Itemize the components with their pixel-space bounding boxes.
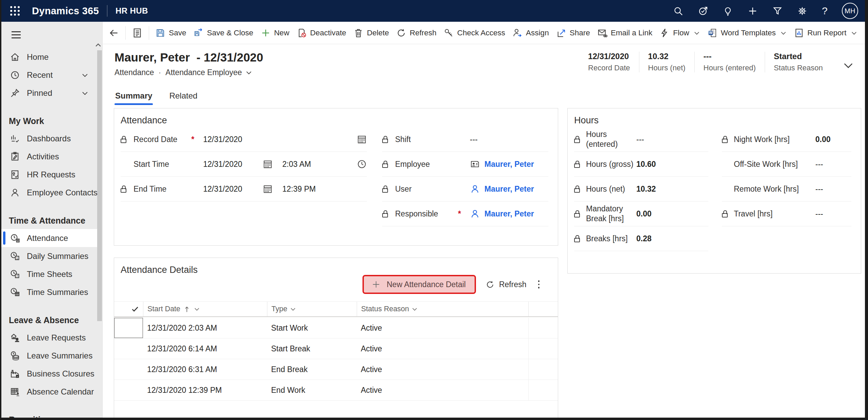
cell-type[interactable]: End Work [267,386,357,395]
hours-net-value[interactable]: 10.32 [636,185,656,194]
cell-status-reason[interactable]: Active [357,359,529,380]
table-row[interactable]: 12/31/2020 6:14 AM Start Break Active [114,338,558,359]
cell-type[interactable]: Start Break [267,344,357,353]
filter-icon[interactable] [772,6,783,16]
sidebar-item-activities[interactable]: Activities [1,147,98,165]
end-time-value[interactable]: 12:39 PM [282,185,316,194]
sidebar-item-time-sheets[interactable]: 7 Time Sheets [1,265,98,283]
chevron-down-icon[interactable] [780,30,787,36]
offsite-work-value[interactable]: --- [815,160,823,169]
app-launcher-icon[interactable] [10,6,20,16]
sidebar-item-employee-contacts[interactable]: Employee Contacts [1,183,98,202]
insights-icon[interactable] [698,6,708,16]
record-date-value[interactable]: 12/31/2020 [203,135,242,144]
calendar-icon[interactable] [357,134,367,144]
tab-summary[interactable]: Summary [115,91,152,101]
select-all-checkbox[interactable] [114,302,143,316]
form-selector[interactable]: Attendance Employee [165,68,252,77]
sidebar-item-leave-summaries[interactable]: Leave Summaries [1,347,98,365]
responsible-link[interactable]: Maurer, Peter [484,209,534,218]
column-header-start-date[interactable]: Start Date [143,302,267,316]
sidebar-item-attendance[interactable]: Attendance [1,229,98,247]
sitemap-toggle-icon[interactable] [12,31,21,38]
cell-status-reason[interactable]: Active [357,338,529,359]
night-work-value[interactable]: 0.00 [815,135,831,144]
hours-gross-value[interactable]: 10.60 [636,160,656,169]
email-link-button[interactable]: Email a Link [597,28,653,38]
sidebar-item-hr-requests[interactable]: HR Requests [1,165,98,183]
sidebar-scrollbar[interactable] [97,50,102,321]
calendar-icon[interactable] [263,159,273,169]
column-header-status-reason[interactable]: Status Reason [357,302,529,316]
deactivate-button[interactable]: Deactivate [297,28,346,38]
new-button[interactable]: New [261,28,289,38]
save-button[interactable]: Save [155,28,186,38]
sidebar-item-pinned[interactable]: Pinned [1,84,98,102]
cell-status-reason[interactable]: Active [357,380,529,400]
cell-type[interactable]: End Break [267,365,357,374]
table-row[interactable]: 12/31/2020 6:31 AM End Break Active [114,359,558,380]
search-icon[interactable] [673,6,684,16]
cell-start-date[interactable]: 12/31/2020 12:39 PM [143,386,267,395]
sidebar-item-leave-requests[interactable]: Leave Requests [1,329,98,347]
brand-title[interactable]: Dynamics 365 [32,5,99,17]
sidebar-scroll-up-icon[interactable] [95,43,101,48]
quick-create-icon[interactable] [747,6,758,16]
calendar-icon[interactable] [263,184,273,194]
mandatory-break-value[interactable]: 0.00 [636,209,652,218]
new-attendance-detail-button[interactable]: New Attendance Detail [362,275,476,294]
employee-link[interactable]: Maurer, Peter [484,160,534,169]
help-icon[interactable]: ? [822,6,828,16]
sidebar-item-daily-summaries[interactable]: 1 Daily Summaries [1,247,98,265]
delete-button[interactable]: Refresh Delete [353,28,389,38]
chevron-down-icon[interactable] [194,306,200,312]
form-switcher-icon[interactable] [132,28,143,38]
user-link[interactable]: Maurer, Peter [484,185,534,194]
cell-status-reason[interactable]: Active [357,318,529,338]
more-options-icon[interactable] [537,279,541,290]
start-date-value[interactable]: 12/31/2020 [203,160,263,169]
lightbulb-icon[interactable] [723,6,733,16]
sidebar-item-absence-calendar[interactable]: Absence Calendar [1,383,98,401]
cell-start-date[interactable]: 12/31/2020 2:03 AM [143,323,267,333]
assign-button[interactable]: Assign [512,28,549,38]
start-time-value[interactable]: 2:03 AM [282,160,311,169]
app-name[interactable]: HR HUB [116,6,148,16]
sidebar-item-recent[interactable]: Recent [1,66,98,84]
word-templates-button[interactable]: W Word Templates [707,28,787,38]
save-and-close-button[interactable]: Save & Close [193,28,253,38]
travel-value[interactable]: --- [815,209,823,218]
hours-entered-value[interactable]: --- [636,135,644,144]
flow-button[interactable]: Flow [659,28,700,38]
shift-value[interactable]: --- [470,135,478,144]
sidebar-item-time-summaries[interactable]: Time Summaries [1,283,98,301]
table-row[interactable]: 12/31/2020 2:03 AM Start Work Active [114,318,558,338]
chevron-down-icon[interactable] [851,30,857,36]
row-checkbox[interactable] [114,338,143,359]
chevron-down-icon[interactable] [693,30,700,36]
avatar[interactable]: MH [842,3,858,19]
row-checkbox[interactable] [114,359,143,380]
share-button[interactable]: Share [556,28,590,38]
chevron-down-icon[interactable] [411,306,418,312]
sidebar-item-home[interactable]: Home [1,48,98,66]
breaks-value[interactable]: 0.28 [636,234,652,243]
back-button[interactable] [108,28,119,38]
clock-icon[interactable] [357,159,367,169]
row-checkbox[interactable] [114,380,143,400]
chevron-down-icon[interactable] [81,71,89,79]
end-date-value[interactable]: 12/31/2020 [203,185,263,194]
refresh-button[interactable]: Refresh [396,28,437,38]
collapse-header-chevron-icon[interactable] [843,60,854,71]
settings-icon[interactable] [797,6,808,16]
cell-type[interactable]: Start Work [267,323,357,333]
tab-related[interactable]: Related [169,91,197,101]
table-row[interactable]: 12/31/2020 12:39 PM End Work Active [114,380,558,401]
remote-work-value[interactable]: --- [815,185,823,194]
sidebar-item-business-closures[interactable]: Business Closures [1,365,98,383]
sidebar-item-dashboards[interactable]: Dashboards [1,129,98,147]
cell-start-date[interactable]: 12/31/2020 6:14 AM [143,344,267,353]
run-report-button[interactable]: Run Report [794,28,857,38]
cell-start-date[interactable]: 12/31/2020 6:31 AM [143,365,267,374]
chevron-down-icon[interactable] [290,306,296,312]
